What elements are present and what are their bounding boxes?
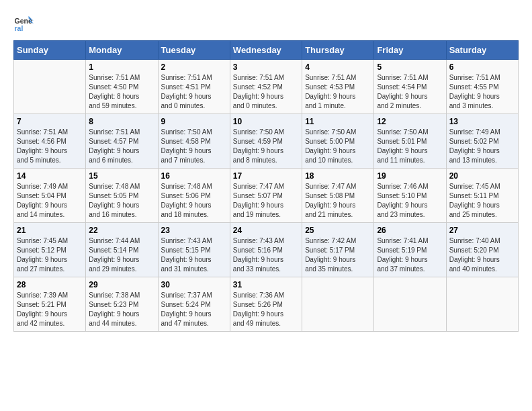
calendar-cell: 25Sunrise: 7:42 AMSunset: 5:17 PMDayligh… xyxy=(302,223,374,277)
calendar-cell: 14Sunrise: 7:49 AMSunset: 5:04 PMDayligh… xyxy=(14,169,86,223)
day-info: Sunrise: 7:48 AMSunset: 5:06 PMDaylight:… xyxy=(161,182,227,220)
calendar-cell: 13Sunrise: 7:49 AMSunset: 5:02 PMDayligh… xyxy=(446,114,518,169)
calendar-cell xyxy=(374,277,446,332)
calendar-day-header: Friday xyxy=(374,41,446,60)
day-info: Sunrise: 7:49 AMSunset: 5:02 PMDaylight:… xyxy=(449,128,515,165)
day-info: Sunrise: 7:51 AMSunset: 4:53 PMDaylight:… xyxy=(305,73,371,111)
day-number: 7 xyxy=(17,117,83,126)
page-header: Gene ral xyxy=(13,13,519,34)
calendar-cell: 24Sunrise: 7:43 AMSunset: 5:16 PMDayligh… xyxy=(230,223,302,277)
day-info: Sunrise: 7:50 AMSunset: 4:58 PMDaylight:… xyxy=(161,128,227,165)
day-info: Sunrise: 7:51 AMSunset: 4:50 PMDaylight:… xyxy=(89,73,154,111)
day-info: Sunrise: 7:44 AMSunset: 5:14 PMDaylight:… xyxy=(89,236,154,274)
day-number: 31 xyxy=(233,280,299,289)
svg-text:ral: ral xyxy=(15,24,24,32)
calendar-cell: 16Sunrise: 7:48 AMSunset: 5:06 PMDayligh… xyxy=(158,169,230,223)
day-number: 27 xyxy=(449,226,515,235)
day-info: Sunrise: 7:51 AMSunset: 4:57 PMDaylight:… xyxy=(89,128,154,165)
day-info: Sunrise: 7:48 AMSunset: 5:05 PMDaylight:… xyxy=(89,182,154,220)
day-number: 2 xyxy=(161,62,227,72)
day-number: 29 xyxy=(89,280,154,289)
calendar-cell: 18Sunrise: 7:47 AMSunset: 5:08 PMDayligh… xyxy=(302,169,374,223)
day-number: 25 xyxy=(305,226,371,235)
calendar-cell: 17Sunrise: 7:47 AMSunset: 5:07 PMDayligh… xyxy=(230,169,302,223)
day-number: 10 xyxy=(233,117,299,126)
calendar-cell: 4Sunrise: 7:51 AMSunset: 4:53 PMDaylight… xyxy=(302,60,374,114)
day-info: Sunrise: 7:46 AMSunset: 5:10 PMDaylight:… xyxy=(377,182,443,220)
calendar-table: SundayMondayTuesdayWednesdayThursdayFrid… xyxy=(13,40,519,332)
day-number: 1 xyxy=(89,62,154,72)
day-number: 24 xyxy=(233,226,299,235)
day-number: 6 xyxy=(449,62,515,72)
calendar-day-header: Wednesday xyxy=(230,41,302,60)
logo: Gene ral xyxy=(13,13,36,34)
day-number: 11 xyxy=(305,117,371,126)
calendar-cell xyxy=(446,277,518,332)
calendar-day-header: Saturday xyxy=(446,41,518,60)
calendar-cell: 3Sunrise: 7:51 AMSunset: 4:52 PMDaylight… xyxy=(230,60,302,114)
day-info: Sunrise: 7:36 AMSunset: 5:26 PMDaylight:… xyxy=(233,291,299,328)
calendar-cell: 2Sunrise: 7:51 AMSunset: 4:51 PMDaylight… xyxy=(158,60,230,114)
calendar-cell: 5Sunrise: 7:51 AMSunset: 4:54 PMDaylight… xyxy=(374,60,446,114)
day-info: Sunrise: 7:41 AMSunset: 5:19 PMDaylight:… xyxy=(377,236,443,274)
calendar-cell: 29Sunrise: 7:38 AMSunset: 5:23 PMDayligh… xyxy=(86,277,158,332)
day-number: 28 xyxy=(17,280,83,289)
day-info: Sunrise: 7:50 AMSunset: 5:00 PMDaylight:… xyxy=(305,128,371,165)
calendar-day-header: Monday xyxy=(86,41,158,60)
calendar-body: 1Sunrise: 7:51 AMSunset: 4:50 PMDaylight… xyxy=(14,60,519,332)
calendar-cell: 31Sunrise: 7:36 AMSunset: 5:26 PMDayligh… xyxy=(230,277,302,332)
calendar-week-row: 1Sunrise: 7:51 AMSunset: 4:50 PMDaylight… xyxy=(14,60,519,114)
day-info: Sunrise: 7:50 AMSunset: 4:59 PMDaylight:… xyxy=(233,128,299,165)
day-info: Sunrise: 7:37 AMSunset: 5:24 PMDaylight:… xyxy=(161,291,227,328)
day-number: 19 xyxy=(377,171,443,181)
day-info: Sunrise: 7:39 AMSunset: 5:21 PMDaylight:… xyxy=(17,291,83,328)
day-info: Sunrise: 7:43 AMSunset: 5:16 PMDaylight:… xyxy=(233,236,299,274)
day-number: 21 xyxy=(17,226,83,235)
day-info: Sunrise: 7:47 AMSunset: 5:07 PMDaylight:… xyxy=(233,182,299,220)
calendar-header-row: SundayMondayTuesdayWednesdayThursdayFrid… xyxy=(14,41,519,60)
calendar-cell: 7Sunrise: 7:51 AMSunset: 4:56 PMDaylight… xyxy=(14,114,86,169)
day-info: Sunrise: 7:38 AMSunset: 5:23 PMDaylight:… xyxy=(89,291,154,328)
calendar-cell: 20Sunrise: 7:45 AMSunset: 5:11 PMDayligh… xyxy=(446,169,518,223)
calendar-cell: 1Sunrise: 7:51 AMSunset: 4:50 PMDaylight… xyxy=(86,60,158,114)
calendar-day-header: Tuesday xyxy=(158,41,230,60)
day-info: Sunrise: 7:49 AMSunset: 5:04 PMDaylight:… xyxy=(17,182,83,220)
day-number: 16 xyxy=(161,171,227,181)
calendar-cell: 12Sunrise: 7:50 AMSunset: 5:01 PMDayligh… xyxy=(374,114,446,169)
calendar-week-row: 21Sunrise: 7:45 AMSunset: 5:12 PMDayligh… xyxy=(14,223,519,277)
day-number: 8 xyxy=(89,117,154,126)
day-info: Sunrise: 7:45 AMSunset: 5:11 PMDaylight:… xyxy=(449,182,515,220)
day-number: 30 xyxy=(161,280,227,289)
calendar-cell: 22Sunrise: 7:44 AMSunset: 5:14 PMDayligh… xyxy=(86,223,158,277)
day-info: Sunrise: 7:47 AMSunset: 5:08 PMDaylight:… xyxy=(305,182,371,220)
day-number: 13 xyxy=(449,117,515,126)
calendar-cell: 27Sunrise: 7:40 AMSunset: 5:20 PMDayligh… xyxy=(446,223,518,277)
calendar-day-header: Thursday xyxy=(302,41,374,60)
calendar-cell: 30Sunrise: 7:37 AMSunset: 5:24 PMDayligh… xyxy=(158,277,230,332)
day-info: Sunrise: 7:51 AMSunset: 4:55 PMDaylight:… xyxy=(449,73,515,111)
day-number: 15 xyxy=(89,171,154,181)
day-info: Sunrise: 7:51 AMSunset: 4:54 PMDaylight:… xyxy=(377,73,443,111)
calendar-cell: 21Sunrise: 7:45 AMSunset: 5:12 PMDayligh… xyxy=(14,223,86,277)
calendar-cell xyxy=(302,277,374,332)
day-info: Sunrise: 7:50 AMSunset: 5:01 PMDaylight:… xyxy=(377,128,443,165)
calendar-cell: 15Sunrise: 7:48 AMSunset: 5:05 PMDayligh… xyxy=(86,169,158,223)
day-number: 4 xyxy=(305,62,371,72)
day-info: Sunrise: 7:51 AMSunset: 4:56 PMDaylight:… xyxy=(17,128,83,165)
day-info: Sunrise: 7:51 AMSunset: 4:52 PMDaylight:… xyxy=(233,73,299,111)
calendar-cell: 26Sunrise: 7:41 AMSunset: 5:19 PMDayligh… xyxy=(374,223,446,277)
calendar-cell xyxy=(14,60,86,114)
calendar-header: SundayMondayTuesdayWednesdayThursdayFrid… xyxy=(14,41,519,60)
day-info: Sunrise: 7:40 AMSunset: 5:20 PMDaylight:… xyxy=(449,236,515,274)
day-info: Sunrise: 7:43 AMSunset: 5:15 PMDaylight:… xyxy=(161,236,227,274)
day-number: 12 xyxy=(377,117,443,126)
day-number: 26 xyxy=(377,226,443,235)
day-number: 17 xyxy=(233,171,299,181)
day-info: Sunrise: 7:42 AMSunset: 5:17 PMDaylight:… xyxy=(305,236,371,274)
calendar-cell: 8Sunrise: 7:51 AMSunset: 4:57 PMDaylight… xyxy=(86,114,158,169)
calendar-cell: 9Sunrise: 7:50 AMSunset: 4:58 PMDaylight… xyxy=(158,114,230,169)
day-number: 3 xyxy=(233,62,299,72)
calendar-day-header: Sunday xyxy=(14,41,86,60)
day-number: 18 xyxy=(305,171,371,181)
day-number: 22 xyxy=(89,226,154,235)
